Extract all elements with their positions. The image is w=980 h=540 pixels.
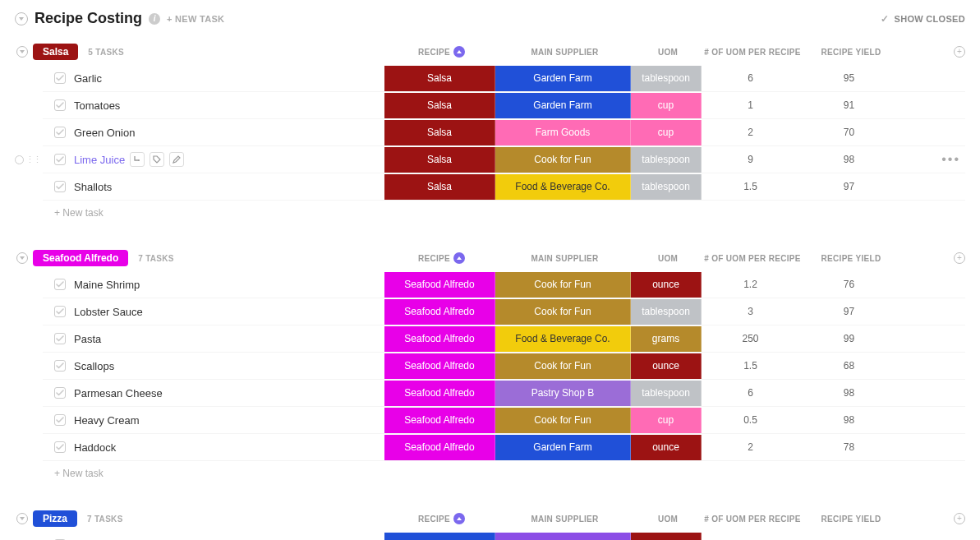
task-status-check[interactable]: [54, 306, 66, 317]
task-name[interactable]: Tomatoes: [74, 99, 384, 112]
cell-num-uom[interactable]: 1: [702, 533, 800, 541]
task-status-check[interactable]: [54, 181, 66, 192]
col-num-uom[interactable]: # OF UOM PER RECIPE: [703, 254, 802, 263]
group-pill[interactable]: Salsa: [33, 44, 78, 60]
cell-num-uom[interactable]: 1.5: [702, 353, 800, 379]
cell-supplier[interactable]: Cook for Fun: [495, 408, 631, 433]
drag-handle-icon[interactable]: ⋮⋮: [25, 155, 40, 165]
cell-uom[interactable]: cup: [631, 93, 702, 118]
task-status-check[interactable]: [54, 387, 66, 399]
group-pill[interactable]: Seafood Alfredo: [33, 250, 128, 266]
task-status-check[interactable]: [54, 360, 66, 372]
task-status-check[interactable]: [54, 441, 66, 453]
cell-uom[interactable]: cup: [631, 120, 702, 145]
cell-uom[interactable]: tablespoon: [631, 381, 702, 406]
cell-recipe[interactable]: Seafood Alfredo: [384, 353, 495, 379]
col-num-uom[interactable]: # OF UOM PER RECIPE: [703, 48, 802, 57]
table-row[interactable]: ⋮⋮ Garlic Salsa Garden Farm tablespoon 6…: [43, 65, 965, 92]
task-name[interactable]: Shallots: [74, 181, 384, 193]
cell-yield[interactable]: 91: [800, 93, 899, 118]
col-supplier[interactable]: MAIN SUPPLIER: [497, 48, 633, 57]
subtask-icon[interactable]: [130, 152, 145, 167]
cell-num-uom[interactable]: 2: [702, 120, 800, 145]
row-select-radio[interactable]: [15, 155, 24, 164]
cell-num-uom[interactable]: 3: [702, 299, 800, 325]
cell-num-uom[interactable]: 1: [702, 93, 800, 118]
cell-uom[interactable]: grams: [631, 326, 702, 352]
table-row[interactable]: ⋮⋮ Cheese Pizza Baking Shop A ounce 1 99…: [43, 532, 965, 540]
cell-yield[interactable]: 98: [800, 408, 899, 433]
task-status-check[interactable]: [54, 99, 66, 111]
table-row[interactable]: ⋮⋮ Maine Shrimp Seafood Alfredo Cook for…: [43, 271, 965, 298]
info-icon[interactable]: i: [149, 13, 160, 25]
cell-uom[interactable]: ounce: [631, 533, 702, 541]
cell-recipe[interactable]: Seafood Alfredo: [384, 299, 495, 325]
cell-uom[interactable]: ounce: [631, 435, 702, 460]
col-supplier[interactable]: MAIN SUPPLIER: [497, 254, 633, 263]
table-row[interactable]: ⋮⋮ Pasta Seafood Alfredo Food & Beverage…: [43, 325, 965, 353]
cell-recipe[interactable]: Salsa: [384, 147, 495, 173]
cell-num-uom[interactable]: 1.5: [702, 174, 800, 200]
cell-yield[interactable]: 78: [800, 435, 899, 460]
col-yield[interactable]: RECIPE YIELD: [802, 254, 900, 263]
cell-supplier[interactable]: Cook for Fun: [495, 353, 631, 379]
sort-asc-icon[interactable]: [453, 46, 465, 58]
cell-num-uom[interactable]: 9: [702, 147, 800, 173]
task-name[interactable]: Lobster Sauce: [74, 306, 384, 318]
cell-supplier[interactable]: Garden Farm: [495, 435, 631, 460]
task-name[interactable]: Lime Juice: [74, 152, 384, 167]
cell-num-uom[interactable]: 6: [702, 66, 800, 91]
cell-supplier[interactable]: Food & Beverage Co.: [495, 174, 631, 200]
table-row[interactable]: ⋮⋮ Tomatoes Salsa Garden Farm cup 1 91 •…: [43, 92, 965, 119]
cell-recipe[interactable]: Seafood Alfredo: [384, 381, 495, 406]
edit-icon[interactable]: [169, 152, 184, 167]
cell-recipe[interactable]: Pizza: [384, 533, 495, 541]
cell-recipe[interactable]: Seafood Alfredo: [384, 326, 495, 352]
cell-num-uom[interactable]: 0.5: [702, 408, 800, 433]
cell-supplier[interactable]: Garden Farm: [495, 66, 631, 91]
cell-recipe[interactable]: Salsa: [384, 120, 495, 145]
task-name[interactable]: Garlic: [74, 72, 384, 85]
new-task-row[interactable]: + New task: [54, 461, 965, 486]
cell-recipe[interactable]: Seafood Alfredo: [384, 408, 495, 433]
cell-uom[interactable]: ounce: [631, 353, 702, 379]
task-status-check[interactable]: [54, 333, 66, 344]
table-row[interactable]: ⋮⋮ Shallots Salsa Food & Beverage Co. ta…: [43, 173, 965, 201]
table-row[interactable]: ⋮⋮ Green Onion Salsa Farm Goods cup 2 70…: [43, 119, 965, 146]
cell-yield[interactable]: 99: [800, 326, 899, 352]
col-recipe[interactable]: RECIPE: [386, 46, 497, 58]
cell-supplier[interactable]: Garden Farm: [495, 93, 631, 118]
add-column-button[interactable]: [954, 46, 965, 58]
col-recipe[interactable]: RECIPE: [386, 252, 497, 264]
task-status-check[interactable]: [54, 154, 66, 165]
cell-yield[interactable]: 76: [800, 272, 899, 298]
tag-icon[interactable]: [150, 152, 164, 167]
group-pill[interactable]: Pizza: [33, 510, 77, 527]
cell-recipe[interactable]: Seafood Alfredo: [384, 435, 495, 460]
col-uom[interactable]: UOM: [633, 48, 703, 57]
cell-num-uom[interactable]: 6: [702, 381, 800, 406]
table-row[interactable]: ⋮⋮ Heavy Cream Seafood Alfredo Cook for …: [43, 407, 965, 434]
task-status-check[interactable]: [54, 72, 66, 84]
cell-supplier[interactable]: Cook for Fun: [495, 272, 631, 298]
task-status-check[interactable]: [54, 127, 66, 138]
cell-yield[interactable]: 98: [800, 381, 899, 406]
table-row[interactable]: ⋮⋮ Scallops Seafood Alfredo Cook for Fun…: [43, 353, 965, 380]
cell-uom[interactable]: tablespoon: [631, 147, 702, 173]
cell-supplier[interactable]: Cook for Fun: [495, 299, 631, 325]
table-row[interactable]: ⋮⋮ Haddock Seafood Alfredo Garden Farm o…: [43, 434, 965, 461]
task-status-check[interactable]: [54, 414, 66, 426]
cell-yield[interactable]: 97: [800, 299, 899, 325]
cell-num-uom[interactable]: 1.2: [702, 272, 800, 298]
task-name[interactable]: Pasta: [74, 333, 384, 345]
col-yield[interactable]: RECIPE YIELD: [802, 515, 900, 524]
cell-supplier[interactable]: Farm Goods: [495, 120, 631, 145]
cell-recipe[interactable]: Salsa: [384, 93, 495, 118]
cell-yield[interactable]: 98: [800, 147, 899, 173]
cell-supplier[interactable]: Cook for Fun: [495, 147, 631, 173]
sort-asc-icon[interactable]: [453, 513, 465, 524]
task-name[interactable]: Haddock: [74, 441, 384, 454]
table-row[interactable]: ⋮⋮ Lime Juice Salsa Cook for Fun tablesp…: [43, 146, 965, 173]
task-status-check[interactable]: [54, 279, 66, 290]
cell-num-uom[interactable]: 2: [702, 435, 800, 460]
